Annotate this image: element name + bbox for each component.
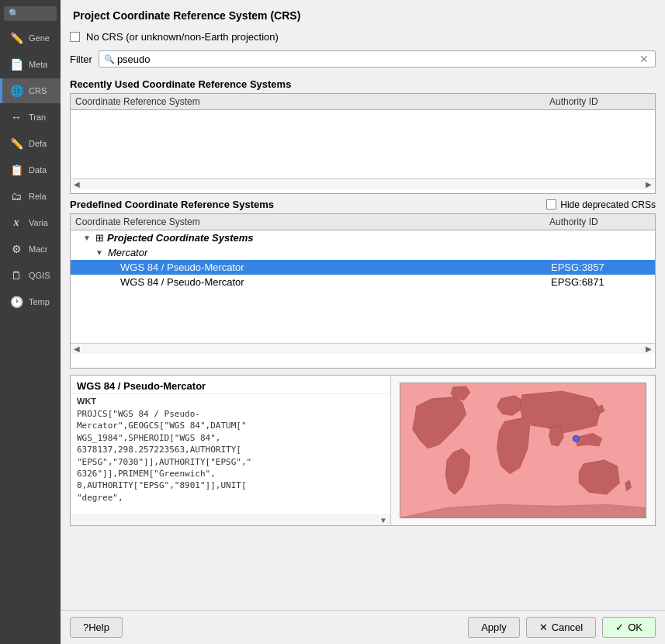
world-map (400, 383, 646, 518)
macros-icon: ⚙ (9, 241, 24, 257)
hide-deprecated-checkbox[interactable] (546, 199, 556, 209)
hide-deprecated-label: Hide deprecated CRSs (560, 199, 656, 210)
sidebar-item-defaults[interactable]: ✏️ Defa (0, 131, 61, 156)
cancel-label: Cancel (552, 621, 583, 633)
filter-search-icon: 🔍 (104, 54, 115, 64)
sidebar-search[interactable]: 🔍 (4, 6, 57, 21)
predefined-scroll-right[interactable]: ▶ (646, 345, 652, 353)
tree-row-mercator[interactable]: ▼ Mercator (71, 245, 655, 260)
sidebar-item-label: CRS (29, 86, 47, 95)
tree-id-6871: EPSG:6871 (551, 276, 652, 288)
sidebar: 🔍 ✏️ Gene 📄 Meta 🌐 CRS ↔ Tran ✏️ Defa 📋 … (0, 0, 61, 644)
sidebar-item-qgis[interactable]: 🗒 QGIS (0, 263, 61, 288)
sidebar-search-input[interactable] (23, 9, 52, 19)
svg-point-1 (573, 435, 579, 441)
sidebar-item-label: Varia (29, 218, 48, 227)
wkt-content[interactable]: PROJCS["WGS 84 / Pseudo-Mercator",GEOGCS… (71, 407, 390, 514)
world-map-svg (400, 383, 646, 518)
sidebar-item-temporal[interactable]: 🕐 Temp (0, 289, 61, 314)
predefined-table: Coordinate Reference System Authority ID… (70, 213, 656, 369)
footer-right: Apply ✕ Cancel ✓ OK (468, 617, 656, 638)
sidebar-item-variables[interactable]: x Varia (0, 210, 61, 235)
recently-used-section-header: Recently Used Coordinate Reference Syste… (61, 75, 665, 93)
sidebar-item-label: Meta (29, 60, 47, 69)
predefined-scroll-left[interactable]: ◀ (74, 345, 80, 353)
col-crs-name: Coordinate Reference System (75, 96, 549, 107)
crs-icon: 🌐 (9, 83, 24, 99)
no-crs-row: No CRS (or unknown/non-Earth projection) (61, 28, 665, 49)
tree-toggle-projected[interactable]: ▼ (83, 234, 95, 242)
tree-label-wgs84-6871: WGS 84 / Pseudo-Mercator (120, 276, 551, 288)
dialog-footer: ?Help Apply ✕ Cancel ✓ OK (61, 610, 665, 644)
scroll-right-arrow[interactable]: ▶ (646, 180, 652, 189)
apply-button[interactable]: Apply (468, 617, 520, 638)
sidebar-item-label: Gene (29, 33, 50, 43)
sidebar-item-label: Rela (29, 192, 47, 201)
transformations-icon: ↔ (9, 109, 24, 125)
tree-toggle-mercator[interactable]: ▼ (95, 248, 108, 257)
sidebar-item-label: Temp (29, 297, 50, 306)
predefined-table-body[interactable]: ▼ ⊞ Projected Coordinate Systems ▼ Merca… (71, 230, 655, 343)
predefined-header-row: Predefined Coordinate Reference Systems … (61, 194, 665, 213)
predefined-scroll-bar: ◀ ▶ (71, 343, 655, 354)
ok-icon: ✓ (615, 621, 624, 633)
general-icon: ✏️ (9, 30, 24, 46)
wkt-label: WKT (71, 394, 390, 407)
recently-used-table-header: Coordinate Reference System Authority ID (71, 94, 655, 110)
hide-deprecated-row: Hide deprecated CRSs (546, 199, 656, 210)
wkt-scroll-bar: ▼ (71, 514, 390, 525)
sidebar-item-crs[interactable]: 🌐 CRS (0, 78, 61, 103)
tree-row-wgs84-3857[interactable]: WGS 84 / Pseudo-Mercator EPSG:3857 (71, 260, 655, 275)
filter-clear-button[interactable]: ✕ (638, 53, 650, 65)
cancel-icon: ✕ (539, 621, 548, 633)
sidebar-item-relations[interactable]: 🗂 Rela (0, 184, 61, 209)
filter-input-wrap: 🔍 ✕ (99, 50, 656, 68)
defaults-icon: ✏️ (9, 136, 24, 151)
data-icon: 📋 (9, 162, 24, 178)
relations-icon: 🗂 (9, 189, 24, 204)
sidebar-item-data[interactable]: 📋 Data (0, 158, 61, 182)
metadata-icon: 📄 (9, 57, 24, 72)
temporal-icon: 🕐 (9, 294, 24, 310)
sidebar-item-label: Defa (29, 139, 47, 148)
tree-row-wgs84-6871[interactable]: WGS 84 / Pseudo-Mercator EPSG:6871 (71, 275, 655, 289)
predefined-table-header: Coordinate Reference System Authority ID (71, 214, 655, 230)
predefined-section-header: Predefined Coordinate Reference Systems (70, 199, 274, 210)
filter-row: Filter 🔍 ✕ (61, 49, 665, 75)
sidebar-item-label: Tran (29, 113, 46, 122)
sidebar-item-transformations[interactable]: ↔ Tran (0, 105, 61, 130)
filter-label: Filter (70, 54, 92, 65)
sidebar-item-general[interactable]: ✏️ Gene (0, 26, 61, 50)
recently-used-table-body[interactable] (71, 110, 655, 178)
recently-used-scroll-bar: ◀ ▶ (71, 178, 655, 189)
scroll-left-arrow[interactable]: ◀ (74, 180, 80, 189)
wkt-scroll-down[interactable]: ▼ (379, 516, 387, 525)
help-button[interactable]: ?Help (70, 617, 123, 638)
map-panel (391, 376, 655, 525)
tree-label-mercator: Mercator (108, 247, 652, 258)
predefined-col-crs-name: Coordinate Reference System (75, 216, 549, 227)
sidebar-item-metadata[interactable]: 📄 Meta (0, 52, 61, 77)
tree-row-projected[interactable]: ▼ ⊞ Projected Coordinate Systems (71, 230, 655, 245)
recently-used-table: Coordinate Reference System Authority ID… (70, 93, 656, 194)
ok-button[interactable]: ✓ OK (602, 617, 656, 638)
dialog-body: Project Coordinate Reference System (CRS… (61, 0, 665, 644)
footer-left: ?Help (70, 617, 123, 638)
cancel-button[interactable]: ✕ Cancel (526, 617, 596, 638)
predefined-col-authority-id: Authority ID (549, 216, 650, 227)
grid-icon: ⊞ (95, 232, 104, 244)
dialog-title: Project Coordinate Reference System (CRS… (61, 0, 665, 28)
tree-label-projected: Projected Coordinate Systems (107, 232, 652, 244)
sidebar-item-label: Data (29, 165, 47, 175)
filter-input[interactable] (117, 54, 638, 65)
tree-id-3857: EPSG:3857 (551, 261, 652, 273)
sidebar-item-label: Macr (29, 244, 47, 254)
sidebar-item-macros[interactable]: ⚙ Macr (0, 237, 61, 261)
bottom-area: WGS 84 / Pseudo-Mercator WKT PROJCS["WGS… (70, 375, 656, 526)
variables-icon: x (9, 215, 24, 230)
tree-label-wgs84-3857: WGS 84 / Pseudo-Mercator (120, 261, 551, 273)
no-crs-checkbox[interactable] (70, 32, 80, 42)
ok-label: OK (628, 621, 642, 633)
main-dialog: Project Coordinate Reference System (CRS… (61, 0, 665, 644)
selected-crs-title: WGS 84 / Pseudo-Mercator (71, 376, 390, 394)
